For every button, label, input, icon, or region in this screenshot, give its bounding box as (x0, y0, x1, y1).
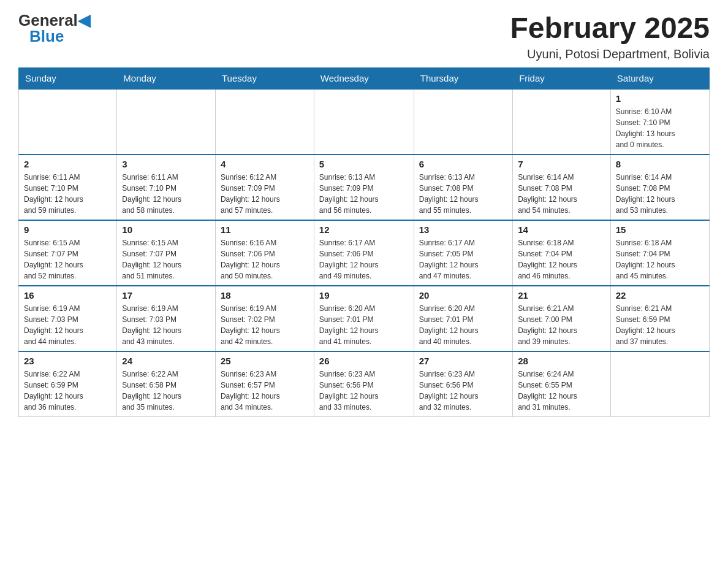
day-number: 12 (319, 224, 409, 235)
day-number: 6 (419, 159, 507, 169)
location: Uyuni, Potosi Department, Bolivia (510, 47, 710, 61)
col-friday: Friday (513, 67, 611, 89)
day-number: 1 (616, 93, 704, 104)
title-section: February 2025 Uyuni, Potosi Department, … (510, 12, 710, 61)
calendar-week-row: 9Sunrise: 6:15 AMSunset: 7:07 PMDaylight… (19, 220, 710, 286)
col-saturday: Saturday (610, 67, 709, 89)
calendar-cell (513, 89, 611, 155)
day-info: Sunrise: 6:19 AMSunset: 7:03 PMDaylight:… (24, 303, 112, 347)
calendar-cell (610, 351, 709, 417)
logo-general-text: General◀ (18, 12, 90, 28)
day-info: Sunrise: 6:22 AMSunset: 6:59 PMDaylight:… (24, 369, 112, 413)
calendar-week-row: 23Sunrise: 6:22 AMSunset: 6:59 PMDayligh… (19, 351, 710, 417)
calendar-table: Sunday Monday Tuesday Wednesday Thursday… (18, 67, 710, 417)
logo-blue-text: Blue (29, 28, 64, 44)
logo: General◀ Blue (18, 12, 90, 44)
col-monday: Monday (117, 67, 216, 89)
col-tuesday: Tuesday (215, 67, 314, 89)
day-number: 10 (122, 224, 210, 235)
day-number: 5 (319, 159, 409, 169)
calendar-cell: 14Sunrise: 6:18 AMSunset: 7:04 PMDayligh… (513, 220, 611, 286)
day-number: 4 (221, 159, 309, 169)
day-info: Sunrise: 6:15 AMSunset: 7:07 PMDaylight:… (122, 237, 210, 282)
day-number: 3 (122, 159, 210, 169)
day-info: Sunrise: 6:11 AMSunset: 7:10 PMDaylight:… (122, 172, 210, 216)
day-info: Sunrise: 6:16 AMSunset: 7:06 PMDaylight:… (221, 237, 309, 282)
day-number: 13 (419, 224, 507, 235)
day-number: 20 (419, 290, 507, 301)
calendar-week-row: 2Sunrise: 6:11 AMSunset: 7:10 PMDaylight… (19, 155, 710, 220)
day-info: Sunrise: 6:17 AMSunset: 7:05 PMDaylight:… (419, 237, 507, 282)
calendar-cell: 9Sunrise: 6:15 AMSunset: 7:07 PMDaylight… (19, 220, 117, 286)
calendar-cell: 15Sunrise: 6:18 AMSunset: 7:04 PMDayligh… (610, 220, 709, 286)
calendar-cell (414, 89, 512, 155)
day-info: Sunrise: 6:14 AMSunset: 7:08 PMDaylight:… (518, 172, 605, 216)
day-info: Sunrise: 6:23 AMSunset: 6:56 PMDaylight:… (419, 369, 507, 413)
calendar-cell: 19Sunrise: 6:20 AMSunset: 7:01 PMDayligh… (314, 286, 414, 351)
day-info: Sunrise: 6:18 AMSunset: 7:04 PMDaylight:… (518, 237, 605, 282)
col-sunday: Sunday (19, 67, 117, 89)
logo-triangle-icon: ◀ (78, 11, 90, 29)
calendar-cell: 11Sunrise: 6:16 AMSunset: 7:06 PMDayligh… (215, 220, 314, 286)
calendar-cell: 3Sunrise: 6:11 AMSunset: 7:10 PMDaylight… (117, 155, 216, 220)
calendar-cell: 26Sunrise: 6:23 AMSunset: 6:56 PMDayligh… (314, 351, 414, 417)
day-info: Sunrise: 6:20 AMSunset: 7:01 PMDaylight:… (319, 303, 409, 347)
calendar-cell: 7Sunrise: 6:14 AMSunset: 7:08 PMDaylight… (513, 155, 611, 220)
day-number: 26 (319, 356, 409, 366)
calendar-cell: 22Sunrise: 6:21 AMSunset: 6:59 PMDayligh… (610, 286, 709, 351)
day-info: Sunrise: 6:14 AMSunset: 7:08 PMDaylight:… (616, 172, 704, 216)
calendar-cell: 4Sunrise: 6:12 AMSunset: 7:09 PMDaylight… (215, 155, 314, 220)
col-thursday: Thursday (414, 67, 512, 89)
calendar-cell: 12Sunrise: 6:17 AMSunset: 7:06 PMDayligh… (314, 220, 414, 286)
day-number: 25 (221, 356, 309, 366)
calendar-cell: 10Sunrise: 6:15 AMSunset: 7:07 PMDayligh… (117, 220, 216, 286)
calendar-cell: 2Sunrise: 6:11 AMSunset: 7:10 PMDaylight… (19, 155, 117, 220)
day-number: 8 (616, 159, 704, 169)
calendar-week-row: 1Sunrise: 6:10 AMSunset: 7:10 PMDaylight… (19, 89, 710, 155)
day-number: 14 (518, 224, 605, 235)
calendar-cell (117, 89, 216, 155)
calendar-cell: 20Sunrise: 6:20 AMSunset: 7:01 PMDayligh… (414, 286, 512, 351)
day-number: 27 (419, 356, 507, 366)
day-info: Sunrise: 6:22 AMSunset: 6:58 PMDaylight:… (122, 369, 210, 413)
calendar-week-row: 16Sunrise: 6:19 AMSunset: 7:03 PMDayligh… (19, 286, 710, 351)
day-number: 21 (518, 290, 605, 301)
day-info: Sunrise: 6:15 AMSunset: 7:07 PMDaylight:… (24, 237, 112, 282)
calendar-cell (19, 89, 117, 155)
day-number: 17 (122, 290, 210, 301)
day-info: Sunrise: 6:13 AMSunset: 7:09 PMDaylight:… (319, 172, 409, 216)
calendar-cell: 18Sunrise: 6:19 AMSunset: 7:02 PMDayligh… (215, 286, 314, 351)
calendar-cell: 17Sunrise: 6:19 AMSunset: 7:03 PMDayligh… (117, 286, 216, 351)
calendar-cell: 24Sunrise: 6:22 AMSunset: 6:58 PMDayligh… (117, 351, 216, 417)
day-number: 24 (122, 356, 210, 366)
calendar-cell: 23Sunrise: 6:22 AMSunset: 6:59 PMDayligh… (19, 351, 117, 417)
calendar-header-row: Sunday Monday Tuesday Wednesday Thursday… (19, 67, 710, 89)
day-number: 23 (24, 356, 112, 366)
calendar-cell: 25Sunrise: 6:23 AMSunset: 6:57 PMDayligh… (215, 351, 314, 417)
day-info: Sunrise: 6:11 AMSunset: 7:10 PMDaylight:… (24, 172, 112, 216)
day-number: 7 (518, 159, 605, 169)
calendar-cell: 1Sunrise: 6:10 AMSunset: 7:10 PMDaylight… (610, 89, 709, 155)
day-info: Sunrise: 6:17 AMSunset: 7:06 PMDaylight:… (319, 237, 409, 282)
day-number: 15 (616, 224, 704, 235)
day-info: Sunrise: 6:21 AMSunset: 7:00 PMDaylight:… (518, 303, 605, 347)
day-info: Sunrise: 6:19 AMSunset: 7:02 PMDaylight:… (221, 303, 309, 347)
day-number: 28 (518, 356, 605, 366)
day-info: Sunrise: 6:19 AMSunset: 7:03 PMDaylight:… (122, 303, 210, 347)
page-header: General◀ Blue February 2025 Uyuni, Potos… (18, 12, 710, 61)
month-title: February 2025 (510, 12, 710, 45)
calendar-cell: 27Sunrise: 6:23 AMSunset: 6:56 PMDayligh… (414, 351, 512, 417)
day-info: Sunrise: 6:20 AMSunset: 7:01 PMDaylight:… (419, 303, 507, 347)
day-info: Sunrise: 6:23 AMSunset: 6:57 PMDaylight:… (221, 369, 309, 413)
day-info: Sunrise: 6:10 AMSunset: 7:10 PMDaylight:… (616, 106, 704, 150)
calendar-cell: 8Sunrise: 6:14 AMSunset: 7:08 PMDaylight… (610, 155, 709, 220)
day-number: 18 (221, 290, 309, 301)
calendar-cell (215, 89, 314, 155)
day-info: Sunrise: 6:12 AMSunset: 7:09 PMDaylight:… (221, 172, 309, 216)
calendar-cell: 28Sunrise: 6:24 AMSunset: 6:55 PMDayligh… (513, 351, 611, 417)
day-number: 22 (616, 290, 704, 301)
day-info: Sunrise: 6:23 AMSunset: 6:56 PMDaylight:… (319, 369, 409, 413)
col-wednesday: Wednesday (314, 67, 414, 89)
calendar-cell (314, 89, 414, 155)
calendar-cell: 16Sunrise: 6:19 AMSunset: 7:03 PMDayligh… (19, 286, 117, 351)
